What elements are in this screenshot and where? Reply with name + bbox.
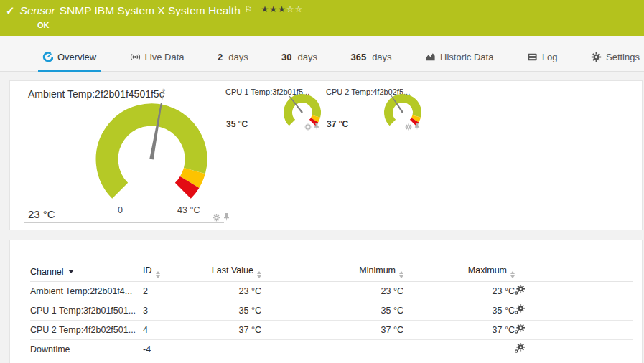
tab-365-days[interactable]: 365days <box>347 52 394 71</box>
channel-name: CPU 2 Temp:4f2b02f501... <box>30 320 143 339</box>
channel-settings-gear-icon[interactable] <box>515 324 525 336</box>
gauge-pin-icon[interactable] <box>414 123 420 131</box>
priority-stars[interactable]: ★★★☆☆ <box>261 4 304 14</box>
sort-icon <box>510 271 515 278</box>
channel-maximum: 37 °C <box>403 320 515 339</box>
tab-30-days[interactable]: 30days <box>279 52 320 71</box>
channel-id: 3 <box>143 301 207 320</box>
gauge-scale-max: 43 °C <box>177 205 200 215</box>
sort-desc-icon <box>68 270 74 273</box>
table-row: CPU 1 Temp:3f2b01f501... 3 35 °C 35 °C 3… <box>30 301 633 320</box>
column-header-maximum[interactable]: Maximum <box>403 263 515 281</box>
priority-flag-icon[interactable]: ⚐ <box>245 4 253 14</box>
column-header-actions <box>515 263 633 281</box>
channel-minimum <box>261 339 403 359</box>
column-header-minimum[interactable]: Minimum <box>261 263 403 281</box>
tab-label: days <box>372 52 391 62</box>
settings-gear-icon <box>591 52 602 62</box>
channel-last-value: 37 °C <box>207 320 261 339</box>
channel-last-value: 35 °C <box>207 301 261 320</box>
channel-maximum <box>403 339 515 359</box>
table-row: CPU 2 Temp:4f2b02f501... 4 37 °C 37 °C 3… <box>30 320 633 339</box>
ambient-temp-gauge: x̄ <box>80 84 223 220</box>
table-row: Downtime -4 <box>30 339 633 359</box>
channel-name: CPU 1 Temp:3f2b01f501... <box>30 301 143 320</box>
sensor-status-header: ✓ Sensor SNMP IBM System X System Health… <box>0 0 644 36</box>
tab-settings[interactable]: Settings <box>588 52 643 71</box>
gauge-current-value: 35 °C <box>226 119 248 129</box>
tab-label: Live Data <box>145 52 185 62</box>
channel-name: Downtime <box>30 339 143 359</box>
tab-historic-data[interactable]: Historic Data <box>422 52 496 71</box>
status-badge: OK <box>37 21 637 29</box>
column-header-channel[interactable]: Channel <box>30 263 143 281</box>
gauges-panel: Ambient Temp:2f2b01f4501f5c x̄ 0 43 °C 2… <box>9 80 643 230</box>
tab-label: Overview <box>57 52 96 62</box>
historic-data-chart-icon <box>425 52 436 62</box>
gauge-edit-gear-icon[interactable] <box>213 214 220 222</box>
tab-overview[interactable]: Overview <box>39 52 99 71</box>
tab-label: days <box>228 52 248 62</box>
channel-minimum: 35 °C <box>261 301 403 320</box>
tab-log[interactable]: Log <box>524 52 561 71</box>
channel-maximum: 23 °C <box>403 281 515 301</box>
channel-table: Channel ID Last Value Minimum Maximum Am… <box>30 263 633 359</box>
column-header-last-value[interactable]: Last Value <box>207 263 261 281</box>
gauge-current-value: 23 °C <box>28 208 55 220</box>
channel-id: -4 <box>143 339 207 359</box>
overview-gauge-icon <box>42 52 53 62</box>
channel-settings-gear-icon[interactable] <box>515 343 525 355</box>
tab-live-data[interactable]: Live Data <box>127 52 187 71</box>
tab-label: Log <box>542 52 558 62</box>
gauge-cpu1-temp: CPU 1 Temp:3f2b01f5... 35 °C <box>225 88 321 133</box>
column-header-id[interactable]: ID <box>143 263 207 281</box>
tab-label: Settings <box>606 52 640 62</box>
log-list-icon <box>527 52 538 62</box>
tab-bar: Overview Live Data 2days 30days 365days … <box>0 36 644 72</box>
tab-number: 30 <box>281 52 291 62</box>
channel-name: Ambient Temp:2f2b01f4... <box>30 281 143 301</box>
gauge-divider <box>24 222 224 223</box>
channel-settings-gear-icon[interactable] <box>515 304 525 316</box>
tab-number: 365 <box>350 52 366 62</box>
table-row: Ambient Temp:2f2b01f4... 2 23 °C 23 °C 2… <box>30 281 633 301</box>
sort-icon <box>156 271 160 278</box>
gauge-edit-gear-icon[interactable] <box>405 123 412 131</box>
object-kind-label: Sensor <box>20 4 55 17</box>
tab-label: Historic Data <box>440 52 493 62</box>
channel-last-value <box>207 339 261 359</box>
channel-settings-gear-icon[interactable] <box>515 285 525 297</box>
gauge-cpu2-temp: CPU 2 Temp:4f2b02f5... 37 °C <box>326 88 421 133</box>
gauge-edit-gear-icon[interactable] <box>304 123 312 131</box>
gauge-current-value: 37 °C <box>327 119 348 129</box>
sort-icon <box>257 271 261 278</box>
tab-label: days <box>298 52 317 62</box>
gauge-pin-icon[interactable] <box>314 123 319 131</box>
channel-maximum: 35 °C <box>403 301 515 320</box>
gauge-scale-min: 0 <box>118 205 123 215</box>
average-marker: x̄ <box>161 87 166 95</box>
tab-number: 2 <box>218 52 223 62</box>
stars-empty[interactable]: ☆☆ <box>286 4 304 14</box>
channel-id: 4 <box>143 320 207 339</box>
sort-icon <box>399 271 403 278</box>
channel-minimum: 23 °C <box>261 281 403 301</box>
status-ok-check-icon: ✓ <box>6 4 15 17</box>
gauge-ambient-temp: Ambient Temp:2f2b01f4501f5c x̄ 0 43 °C 2… <box>28 88 233 232</box>
sensor-title: SNMP IBM System X System Health <box>60 4 241 17</box>
live-data-broadcast-icon <box>130 52 141 62</box>
channels-panel: Channel ID Last Value Minimum Maximum Am… <box>9 240 643 363</box>
gauge-pin-icon[interactable] <box>223 213 230 222</box>
stars-filled[interactable]: ★★★ <box>261 4 286 14</box>
table-header-row: Channel ID Last Value Minimum Maximum <box>30 263 633 281</box>
channel-id: 2 <box>143 281 207 301</box>
channel-minimum: 37 °C <box>261 320 403 339</box>
channel-last-value: 23 °C <box>207 281 261 301</box>
tab-2-days[interactable]: 2days <box>215 52 251 71</box>
